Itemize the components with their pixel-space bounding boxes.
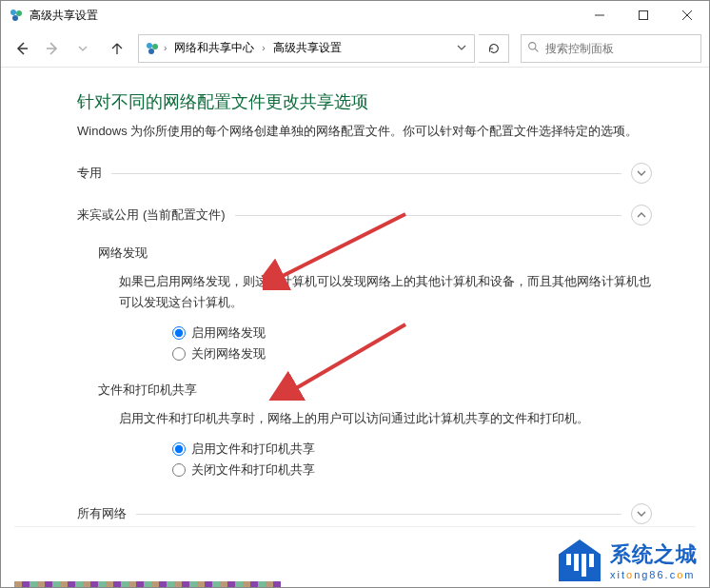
breadcrumb-advanced-sharing[interactable]: 高级共享设置 <box>269 40 345 56</box>
file-printer-title: 文件和打印机共享 <box>98 382 652 399</box>
search-box[interactable] <box>521 34 701 63</box>
radio-label: 启用网络发现 <box>191 324 266 342</box>
svg-point-2 <box>12 15 18 21</box>
network-discovery-desc: 如果已启用网络发现，则这台计算机可以发现网络上的其他计算机和设备，而且其他网络计… <box>119 271 652 313</box>
breadcrumb-dropdown-icon[interactable] <box>451 41 472 55</box>
radio-enable-network-discovery[interactable]: 启用网络发现 <box>172 324 652 342</box>
network-discovery-radio-group: 启用网络发现 关闭网络发现 <box>172 324 652 363</box>
divider <box>235 215 621 216</box>
svg-point-12 <box>529 42 536 49</box>
forward-button[interactable] <box>39 35 66 62</box>
watermark-text: 系统之城 xitong86.com <box>610 540 698 580</box>
section-private-title: 专用 <box>77 165 102 182</box>
refresh-button[interactable] <box>479 34 509 63</box>
breadcrumb[interactable]: › 网络和共享中心 › 高级共享设置 <box>138 34 475 63</box>
section-guest-header[interactable]: 来宾或公用 (当前配置文件) <box>77 199 652 231</box>
svg-point-9 <box>147 43 152 49</box>
radio-input[interactable] <box>172 442 186 456</box>
search-icon <box>527 41 540 56</box>
page-title: 针对不同的网络配置文件更改共享选项 <box>77 90 652 113</box>
svg-line-13 <box>535 49 538 51</box>
file-printer-desc: 启用文件和打印机共享时，网络上的用户可以访问通过此计算机共享的文件和打印机。 <box>119 408 652 429</box>
window-controls <box>578 1 709 29</box>
navbar: › 网络和共享中心 › 高级共享设置 <box>1 29 709 68</box>
network-discovery-title: 网络发现 <box>98 245 652 262</box>
breadcrumb-network-center[interactable]: 网络和共享中心 <box>170 40 258 56</box>
svg-point-11 <box>148 49 154 54</box>
watermark-logo-icon <box>559 539 601 581</box>
content-area: 针对不同的网络配置文件更改共享选项 Windows 为你所使用的每个网络创建单独… <box>1 68 709 549</box>
breadcrumb-chevron-icon[interactable]: › <box>262 43 265 53</box>
watermark-url: xitong86.com <box>610 569 698 580</box>
collapse-icon[interactable] <box>631 205 652 225</box>
app-icon <box>9 8 24 23</box>
radio-input[interactable] <box>172 463 186 477</box>
titlebar: 高级共享设置 <box>1 1 709 29</box>
section-private: 专用 <box>77 157 652 189</box>
watermark-title: 系统之城 <box>610 540 698 569</box>
watermark: 系统之城 xitong86.com <box>559 539 698 581</box>
decorative-strip <box>14 581 281 587</box>
svg-point-10 <box>152 44 158 49</box>
back-button[interactable] <box>9 35 35 62</box>
section-guest-title: 来宾或公用 <box>77 206 139 224</box>
radio-disable-network-discovery[interactable]: 关闭网络发现 <box>172 345 652 363</box>
page-description: Windows 为你所使用的每个网络创建单独的网络配置文件。你可以针对每个配置文… <box>77 123 652 140</box>
section-guest-public: 来宾或公用 (当前配置文件) 网络发现 如果已启用网络发现，则这台计算机可以发现… <box>77 199 652 488</box>
network-center-icon <box>145 41 160 56</box>
close-button[interactable] <box>665 1 709 29</box>
radio-label: 启用文件和打印机共享 <box>191 441 315 458</box>
recent-dropdown[interactable] <box>69 35 96 62</box>
divider <box>136 514 621 515</box>
svg-rect-4 <box>640 11 648 20</box>
section-guest-body: 网络发现 如果已启用网络发现，则这台计算机可以发现网络上的其他计算机和设备，而且… <box>77 231 652 488</box>
maximize-button[interactable] <box>621 1 665 29</box>
radio-label: 关闭网络发现 <box>191 345 266 363</box>
radio-input[interactable] <box>172 347 186 361</box>
window-title: 高级共享设置 <box>30 8 578 24</box>
section-private-header[interactable]: 专用 <box>77 157 652 189</box>
radio-enable-file-printer-sharing[interactable]: 启用文件和打印机共享 <box>172 441 652 458</box>
radio-label: 关闭文件和打印机共享 <box>191 461 315 479</box>
section-all-title: 所有网络 <box>77 505 127 522</box>
expand-icon[interactable] <box>631 503 652 524</box>
minimize-button[interactable] <box>578 1 621 29</box>
svg-point-1 <box>16 10 22 16</box>
up-button[interactable] <box>104 35 130 62</box>
radio-input[interactable] <box>172 326 186 340</box>
search-input[interactable] <box>545 42 695 55</box>
svg-point-0 <box>10 10 16 15</box>
current-profile-label: (当前配置文件) <box>143 206 226 224</box>
file-printer-radio-group: 启用文件和打印机共享 关闭文件和打印机共享 <box>172 441 652 479</box>
breadcrumb-chevron-icon[interactable]: › <box>164 43 167 53</box>
divider <box>111 173 621 174</box>
radio-disable-file-printer-sharing[interactable]: 关闭文件和打印机共享 <box>172 461 652 479</box>
expand-icon[interactable] <box>631 163 652 184</box>
